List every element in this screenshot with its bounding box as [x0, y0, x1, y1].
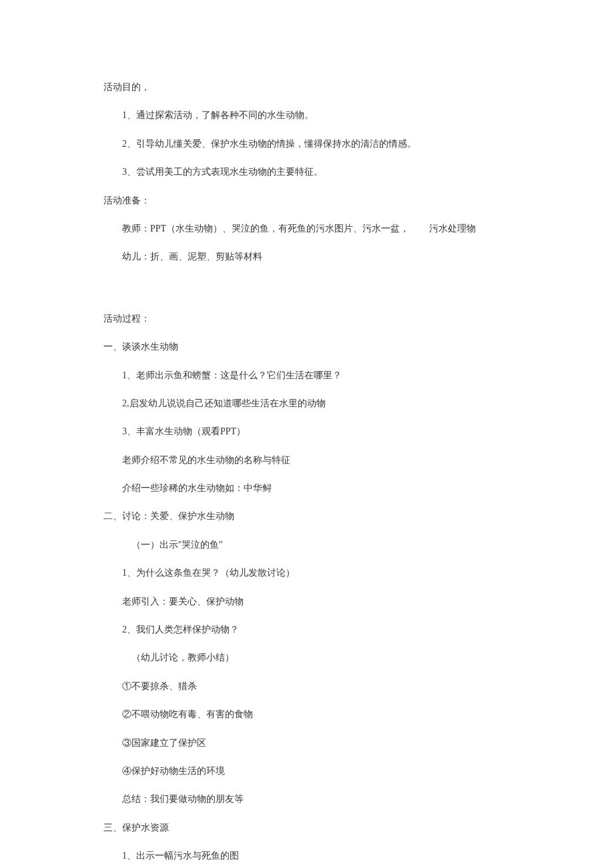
section3-heading: 三、保护水资源 — [103, 821, 511, 835]
purpose-item: 2、引导幼儿懂关爱、保护水生动物的情操，懂得保持水的清洁的情感。 — [122, 137, 511, 151]
section2-item: 老师引入：要关心、保护动物 — [122, 594, 511, 609]
section1-item: 1、老师出示鱼和螃蟹：这是什么？它们生活在哪里？ — [122, 368, 511, 383]
section3-item: 1、出示一幅污水与死鱼的图 — [122, 849, 511, 863]
teacher-extra: 污水处理物 — [429, 224, 476, 234]
section2-point: ①不要掠杀、猎杀 — [122, 679, 511, 694]
purpose-item: 1、通过探索活动，了解各种不同的水生动物。 — [122, 108, 511, 123]
section2-point: ④保护好动物生活的环境 — [122, 764, 511, 779]
section2-discuss: （幼儿讨论，教师小结） — [131, 650, 511, 665]
children-prep: 幼儿：折、画、泥塑、剪贴等材料 — [122, 250, 511, 264]
section1-item: 介绍一些珍稀的水生动物如：中华鲟 — [122, 481, 511, 496]
section2-item: 1、为什么这条鱼在哭？（幼儿发散讨论） — [122, 566, 511, 580]
section2-heading: 二、讨论：关爱、保护水生动物 — [103, 509, 511, 524]
teacher-content: PPT（水生动物）、哭泣的鱼，有死鱼的污水图片、污水一盆， — [150, 224, 409, 234]
process-heading: 活动过程： — [103, 312, 511, 326]
section2-item: 2、我们人类怎样保护动物？ — [122, 622, 511, 637]
purpose-heading: 活动目的， — [103, 80, 511, 95]
teacher-prep: 教师：PPT（水生动物）、哭泣的鱼，有死鱼的污水图片、污水一盆，污水处理物 — [122, 222, 511, 236]
section1-item: 老师介绍不常见的水生动物的名称与特征 — [122, 453, 511, 468]
section1-item: 2,启发幼儿说说自己还知道哪些生活在水里的动物 — [122, 396, 511, 411]
preparation-heading: 活动准备： — [103, 193, 511, 208]
section2-sub: （一）出示''哭泣的鱼" — [131, 538, 511, 552]
teacher-label: 教师： — [122, 224, 150, 234]
section2-point: ②不喂动物吃有毒、有害的食物 — [122, 707, 511, 722]
section1-item: 3、丰富水生动物（观看PPT） — [122, 424, 511, 439]
section2-point: ③国家建立了保护区 — [122, 736, 511, 751]
section1-heading: 一、谈谈水生动物 — [103, 340, 511, 354]
purpose-item: 3、尝试用美工的方式表现水生动物的主要特征。 — [122, 165, 511, 179]
section2-point: 总结：我们要做动物的朋友等 — [122, 792, 511, 807]
